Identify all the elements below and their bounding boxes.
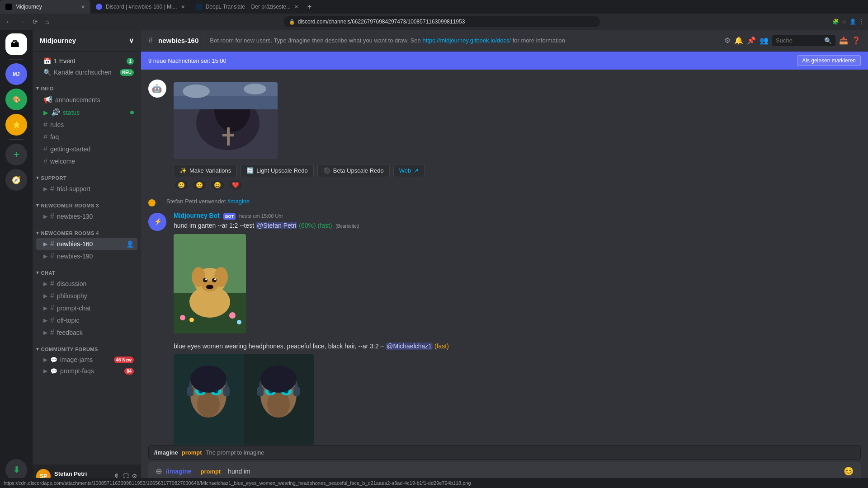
svg-point-10 xyxy=(183,84,210,98)
channel-prompt-faqs[interactable]: ▶ 💬 prompt-faqs 84 xyxy=(36,366,137,376)
section-info[interactable]: ▾ INFO xyxy=(33,78,141,93)
svg-point-26 xyxy=(206,285,213,289)
section-newcomer-3[interactable]: ▾ NEWCOMER ROOMS 3 xyxy=(33,195,141,210)
autocomplete-command: /imagine xyxy=(154,449,178,456)
event-item[interactable]: 📅 1 Event 1 xyxy=(36,56,137,66)
download-icon[interactable]: ⬇ xyxy=(5,459,27,481)
channel-image-jams[interactable]: ▶ 💬 image-jams 46 New xyxy=(36,354,137,365)
menu-icon[interactable]: ⋮ xyxy=(859,19,864,25)
welcome-hash-icon: # xyxy=(43,157,47,165)
light-upscale-redo-button[interactable]: 🔄 Light Upscale Redo xyxy=(241,164,313,177)
back-button[interactable]: ← xyxy=(4,16,14,27)
channel-trial-support-label: trial-support xyxy=(57,185,90,192)
web-button[interactable]: Web ↗ xyxy=(393,164,425,177)
section-community-forums[interactable]: ▾ COMMUNITY FORUMS xyxy=(33,339,141,354)
mark-read-button[interactable]: Als gelesen markieren xyxy=(797,55,861,66)
bot-author-name[interactable]: Midjourney Bot xyxy=(174,212,220,219)
channel-announcements[interactable]: 📢 announcements xyxy=(36,94,137,106)
tab-discord[interactable]: Discord | #newbies-160 | Mi... ✕ xyxy=(90,0,190,14)
beta-upscale-redo-button[interactable]: ⚫ Beta Upscale Redo xyxy=(317,164,390,177)
channel-feedback[interactable]: ▶ # feedback xyxy=(36,327,137,338)
search-bar[interactable]: 🔍 xyxy=(772,35,835,46)
bookmark-icon[interactable]: ☆ xyxy=(842,19,847,25)
channel-faq[interactable]: # faq xyxy=(36,131,137,143)
section-info-label: INFO xyxy=(41,86,54,91)
status-icon: 🔊 xyxy=(51,108,60,117)
inbox-icon[interactable]: 📥 xyxy=(839,36,848,45)
reaction-love[interactable]: ❤️ xyxy=(228,180,243,190)
channel-newbies-130[interactable]: ▶ # newbies-130 xyxy=(36,211,137,222)
channel-prompt-chat[interactable]: ▶ # prompt-chat xyxy=(36,302,137,314)
server-icon-midjourney[interactable]: 🏔 xyxy=(5,33,27,55)
server-icon-4[interactable]: ⭐ xyxy=(5,114,27,136)
url-bar[interactable]: 🔒 discord.com/channels/66226797698429747… xyxy=(283,16,600,27)
chevron-down-icon: ∨ xyxy=(129,37,134,45)
channel-rules-label: rules xyxy=(50,121,64,128)
header-link[interactable]: https://midjourney.gitbook.io/docs/ xyxy=(422,37,511,44)
dog-image[interactable] xyxy=(174,234,246,333)
channel-welcome-label: welcome xyxy=(50,158,75,165)
tab-close-deepl[interactable]: ✕ xyxy=(294,4,298,10)
header-pin-icon[interactable]: 📌 xyxy=(747,36,756,45)
channel-newbies-160[interactable]: ▶ # newbies-160 👤 xyxy=(36,238,137,250)
section-chat[interactable]: ▾ CHAT xyxy=(33,263,141,277)
tab-close-discord[interactable]: ✕ xyxy=(181,4,185,10)
light-upscale-redo-icon: 🔄 xyxy=(246,167,254,174)
reaction-happy[interactable]: 😄 xyxy=(210,180,225,190)
server-icon-2[interactable]: MJ xyxy=(5,63,27,85)
explore-servers-button[interactable]: 🧭 xyxy=(5,169,27,191)
forward-button[interactable]: → xyxy=(17,16,27,27)
section-support-label: SUPPORT xyxy=(41,175,67,181)
tab-close-midjourney[interactable]: ✕ xyxy=(81,4,85,10)
message-group-stefan: 🔆 Stefan Petri verwendet /imagine xyxy=(141,196,868,208)
bot-image-1 xyxy=(174,82,278,159)
chat-area: # newbies-160 Bot room for new users. Ty… xyxy=(141,30,868,488)
channel-status[interactable]: ▶ 🔊 status xyxy=(36,106,137,118)
bot-badge: BOT xyxy=(223,213,236,220)
michaelchaz-mention[interactable]: @Michaelchaz1 xyxy=(386,343,433,350)
channel-philosophy[interactable]: ▶ # philosophy xyxy=(36,290,137,302)
section-support[interactable]: ▾ SUPPORT xyxy=(33,168,141,183)
chat-text-input[interactable] xyxy=(228,468,840,475)
channel-rules[interactable]: # rules xyxy=(36,119,137,131)
home-button[interactable]: ⌂ xyxy=(43,16,51,27)
tab-midjourney[interactable]: Midjourney ✕ xyxy=(0,0,90,14)
mention-stefan[interactable]: @Stefan Petri xyxy=(256,222,297,229)
channel-newbies-190[interactable]: ▶ # newbies-190 xyxy=(36,250,137,262)
reaction-sad[interactable]: 😢 xyxy=(174,180,189,190)
header-notification-icon[interactable]: 🔔 xyxy=(734,36,743,45)
newbies-190-hash-icon: # xyxy=(50,252,54,260)
make-variations-button[interactable]: ✨ Make Variations xyxy=(174,164,237,177)
reaction-neutral[interactable]: 😐 xyxy=(192,180,207,190)
section-newcomer-4[interactable]: ▾ NEWCOMER ROOMS 4 xyxy=(33,223,141,238)
channels-sidebar: Midjourney ∨ 📅 1 Event 1 🔍 Kanäle durchs… xyxy=(33,30,141,488)
add-server-button[interactable]: + xyxy=(5,144,27,165)
search-input[interactable] xyxy=(776,37,821,44)
make-variations-icon: ✨ xyxy=(179,167,187,174)
browse-channels-item[interactable]: 🔍 Kanäle durchsuchen NEU xyxy=(36,67,137,78)
new-tab-button[interactable]: + xyxy=(304,3,315,11)
emoji-button[interactable]: 😊 xyxy=(844,466,854,476)
channel-welcome[interactable]: # welcome xyxy=(36,155,137,167)
profile-icon[interactable]: 👤 xyxy=(849,19,856,25)
server-header[interactable]: Midjourney ∨ xyxy=(33,30,141,52)
servers-sidebar: 🏔 MJ 🎨 ⭐ + 🧭 ⬇ xyxy=(0,30,33,488)
channel-getting-started[interactable]: # getting-started xyxy=(36,143,137,155)
add-attachment-button[interactable]: ⊕ xyxy=(156,466,162,476)
channel-trial-support[interactable]: ▶ # trial-support xyxy=(36,183,137,195)
channel-status-label: status xyxy=(63,109,80,116)
notification-text: 9 neue Nachrichten seit 15:00 xyxy=(148,57,226,64)
tab-deepl[interactable]: DeepL Translate – Der präziseste... ✕ xyxy=(190,0,304,14)
help-icon[interactable]: ❓ xyxy=(852,36,861,45)
messages-area[interactable]: 🤖 xyxy=(141,70,868,445)
chat-header: # newbies-160 Bot room for new users. Ty… xyxy=(141,30,868,52)
channel-feedback-label: feedback xyxy=(57,329,83,336)
header-threads-icon[interactable]: ⚙ xyxy=(724,36,731,45)
server-icon-3[interactable]: 🎨 xyxy=(5,89,27,110)
channel-discussion[interactable]: ▶ # discussion xyxy=(36,278,137,290)
extensions-icon[interactable]: 🧩 xyxy=(832,19,839,25)
channel-off-topic[interactable]: ▶ # off-topic xyxy=(36,314,137,326)
imagine-command-link[interactable]: /imagine xyxy=(227,198,250,205)
header-members-icon[interactable]: 👥 xyxy=(760,36,769,45)
reload-button[interactable]: ⟳ xyxy=(31,16,40,27)
